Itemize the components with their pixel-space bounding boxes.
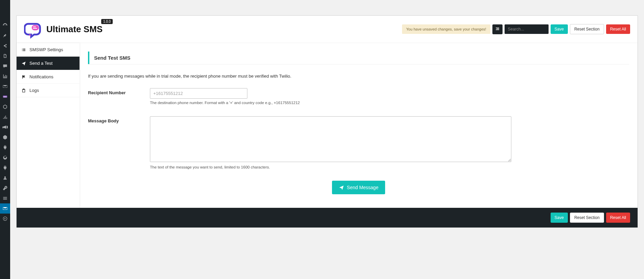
paper-plane-icon — [21, 61, 26, 66]
brand-title: Ultimate SMS — [46, 24, 103, 35]
trial-mode-hint: If you are sending messages while in tri… — [88, 74, 629, 79]
svg-rect-5 — [33, 28, 37, 29]
save-button[interactable]: Save — [551, 24, 568, 34]
wp-menu-item-a[interactable] — [0, 132, 10, 142]
section-title: Send Test SMS — [88, 52, 629, 64]
wp-menu-item-b[interactable] — [0, 153, 10, 163]
footer-reset-section-button[interactable]: Reset Section — [570, 213, 604, 223]
svg-text:woo: woo — [3, 96, 7, 98]
wp-menu-item-c[interactable] — [0, 163, 10, 173]
svg-rect-3 — [32, 25, 39, 31]
reset-section-button[interactable]: Reset Section — [570, 24, 604, 34]
wp-menu-plugins[interactable] — [0, 142, 10, 153]
settings-nav: SMSWP Settings Send a Test Notifications… — [17, 43, 80, 208]
brand: Ultimate SMS 1.0.0 — [24, 20, 103, 39]
svg-point-6 — [29, 34, 30, 36]
nav-item-send-test[interactable]: Send a Test — [17, 57, 80, 70]
unsaved-changes-message: You have unsaved changes, save your chan… — [402, 24, 490, 34]
wp-menu-woo[interactable]: woo — [0, 92, 10, 102]
wp-menu-collapse[interactable] — [0, 214, 10, 224]
svg-rect-4 — [33, 26, 36, 27]
nav-label: Send a Test — [29, 61, 52, 66]
footer-reset-all-button[interactable]: Reset All — [606, 213, 630, 223]
header-actions: You have unsaved changes, save your chan… — [402, 24, 630, 34]
brand-logo-icon — [24, 20, 43, 39]
recipient-field: Recipient Number The destination phone n… — [88, 88, 629, 105]
footer-save-button[interactable]: Save — [551, 213, 568, 223]
flag-icon — [21, 75, 26, 79]
wp-menu-dashboard[interactable] — [0, 20, 10, 31]
message-textarea[interactable] — [150, 116, 511, 162]
settings-panel: Ultimate SMS 1.0.0 You have unsaved chan… — [16, 15, 638, 228]
wp-menu-analytics[interactable] — [0, 71, 10, 81]
recipient-input[interactable] — [150, 88, 247, 99]
wp-menu-pages[interactable] — [0, 51, 10, 61]
reset-all-button[interactable]: Reset All — [606, 24, 630, 34]
recipient-label: Recipient Number — [88, 88, 150, 105]
content-area: Send Test SMS If you are sending message… — [80, 43, 638, 208]
wp-menu-share[interactable] — [0, 41, 10, 51]
wp-menu-tools[interactable] — [0, 183, 10, 193]
message-help: The text of the message you want to send… — [150, 165, 629, 169]
wp-menu-settings[interactable] — [0, 193, 10, 203]
wp-menu-sms[interactable] — [0, 203, 10, 214]
nav-label: SMSWP Settings — [29, 47, 63, 52]
nav-label: Notifications — [29, 74, 53, 79]
send-message-button[interactable]: Send Message — [332, 181, 385, 194]
recipient-help: The destination phone number. Format wit… — [150, 101, 629, 105]
panel-footer: Save Reset Section Reset All — [17, 208, 638, 227]
version-badge: 1.0.0 — [101, 19, 113, 24]
wp-menu-pin[interactable] — [0, 31, 10, 41]
wp-menu-comments[interactable] — [0, 61, 10, 71]
nav-label: Logs — [29, 88, 39, 93]
nav-item-notifications[interactable]: Notifications — [17, 70, 80, 84]
nav-item-settings[interactable]: SMSWP Settings — [17, 43, 80, 57]
message-label: Message Body — [88, 116, 150, 169]
nav-item-logs[interactable]: Logs — [17, 84, 80, 97]
send-button-label: Send Message — [347, 185, 378, 190]
wp-admin-sidebar: woo — [0, 0, 10, 248]
paper-plane-icon — [339, 185, 344, 190]
wp-menu-users[interactable] — [0, 173, 10, 183]
message-field: Message Body The text of the message you… — [88, 116, 629, 169]
clipboard-icon — [21, 88, 26, 93]
search-input[interactable] — [505, 24, 549, 34]
panel-header: Ultimate SMS 1.0.0 You have unsaved chan… — [17, 16, 638, 43]
wp-menu-stats[interactable] — [0, 112, 10, 122]
wp-menu-email[interactable] — [0, 81, 10, 92]
wp-menu-products[interactable] — [0, 102, 10, 112]
list-icon — [21, 47, 26, 52]
expand-toggle-button[interactable] — [492, 24, 503, 34]
wp-menu-marketing[interactable] — [0, 122, 10, 132]
